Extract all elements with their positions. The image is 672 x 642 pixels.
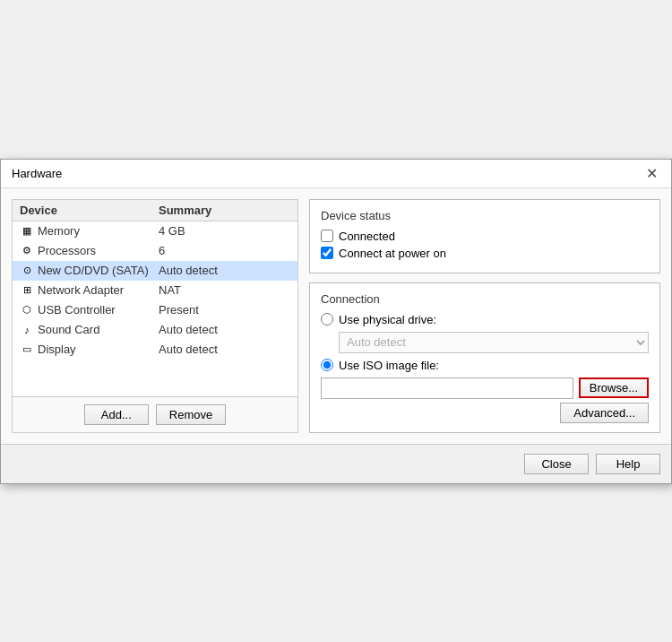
connection-section: Connection Use physical drive: Auto dete… (309, 282, 660, 433)
device-row[interactable]: ⊞Network AdapterNAT (13, 281, 297, 300)
device-list-header: Device Summary (13, 200, 297, 221)
connect-power-label[interactable]: Connect at power on (339, 247, 446, 260)
header-device: Device (20, 204, 159, 217)
header-summary: Summary (159, 204, 211, 217)
iso-radio[interactable] (321, 359, 333, 371)
close-icon[interactable]: ✕ (642, 164, 660, 182)
device-status-section: Device status Connected Connect at power… (309, 199, 660, 273)
right-panel: Device status Connected Connect at power… (309, 199, 660, 433)
cd-icon: ⊙ (20, 264, 34, 278)
physical-drive-row: Use physical drive: (321, 313, 649, 326)
help-button[interactable]: Help (596, 454, 660, 474)
device-row[interactable]: ⊙New CD/DVD (SATA)Auto detect (13, 261, 297, 281)
device-row[interactable]: ⚙Processors6 (13, 241, 297, 261)
device-row[interactable]: ♪Sound CardAuto detect (13, 320, 297, 340)
physical-radio[interactable] (321, 313, 333, 325)
memory-icon: ▦ (20, 224, 34, 239)
device-summary: Auto detect (159, 264, 218, 277)
auto-detect-select[interactable]: Auto detect (339, 332, 649, 353)
advanced-button[interactable]: Advanced... (560, 403, 649, 423)
iso-file-row: Browse... (321, 377, 649, 399)
dialog-footer: Close Help (1, 444, 671, 483)
device-name: USB Controller (38, 303, 159, 317)
iso-row-radio: Use ISO image file: (321, 359, 649, 372)
device-name: Sound Card (38, 323, 159, 336)
device-name: Display (38, 343, 159, 356)
connected-row: Connected (321, 230, 649, 243)
hardware-dialog: Hardware ✕ Device Summary ▦Memory4 GB⚙Pr… (0, 159, 672, 484)
auto-detect-row: Auto detect (321, 332, 649, 353)
device-summary: Auto detect (159, 323, 218, 336)
display-icon: ▭ (20, 343, 34, 357)
device-row[interactable]: ▦Memory4 GB (13, 221, 297, 241)
close-button[interactable]: Close (524, 454, 589, 474)
left-panel: Device Summary ▦Memory4 GB⚙Processors6⊙N… (12, 199, 298, 433)
dialog-body: Device Summary ▦Memory4 GB⚙Processors6⊙N… (1, 188, 671, 483)
connected-label[interactable]: Connected (339, 230, 395, 243)
device-summary: Present (159, 303, 199, 317)
usb-icon: ⬡ (20, 303, 34, 317)
iso-label[interactable]: Use ISO image file: (339, 359, 439, 372)
browse-button[interactable]: Browse... (579, 377, 649, 398)
main-content: Device Summary ▦Memory4 GB⚙Processors6⊙N… (1, 188, 671, 444)
connect-power-checkbox[interactable] (321, 247, 333, 259)
device-list: ▦Memory4 GB⚙Processors6⊙New CD/DVD (SATA… (13, 221, 297, 396)
device-summary: NAT (159, 283, 181, 297)
advanced-row: Advanced... (321, 403, 649, 423)
device-summary: 6 (159, 244, 165, 257)
iso-input[interactable] (321, 377, 573, 399)
connect-power-row: Connect at power on (321, 247, 649, 260)
left-panel-buttons: Add... Remove (13, 396, 297, 432)
dialog-title: Hardware (12, 167, 62, 180)
device-status-title: Device status (321, 209, 649, 222)
title-bar: Hardware ✕ (1, 160, 671, 188)
network-icon: ⊞ (20, 283, 34, 298)
device-summary: Auto detect (159, 343, 218, 356)
device-summary: 4 GB (159, 224, 185, 238)
remove-button[interactable]: Remove (156, 404, 226, 425)
device-name: Processors (38, 244, 159, 257)
device-name: Memory (38, 224, 159, 238)
device-row[interactable]: ▭DisplayAuto detect (13, 340, 297, 360)
connected-checkbox[interactable] (321, 230, 333, 242)
device-row[interactable]: ⬡USB ControllerPresent (13, 300, 297, 320)
processor-icon: ⚙ (20, 244, 34, 258)
device-name: Network Adapter (38, 283, 159, 297)
physical-label[interactable]: Use physical drive: (339, 313, 436, 326)
device-name: New CD/DVD (SATA) (38, 264, 159, 277)
sound-icon: ♪ (20, 323, 34, 337)
add-button[interactable]: Add... (84, 404, 149, 425)
connection-title: Connection (321, 292, 649, 306)
